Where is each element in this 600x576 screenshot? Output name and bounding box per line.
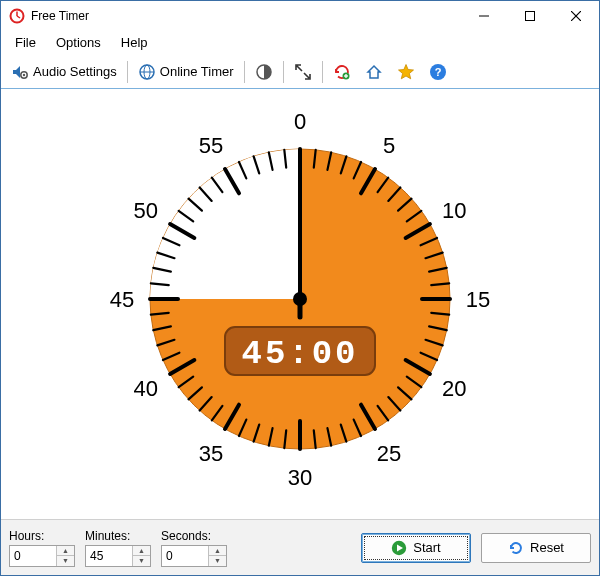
svg-point-8 <box>23 73 25 75</box>
refresh-plus-icon <box>333 63 351 81</box>
expand-icon <box>294 63 312 81</box>
svg-text:5: 5 <box>383 133 395 158</box>
hours-up-button[interactable]: ▲ <box>57 546 74 557</box>
audio-settings-label: Audio Settings <box>33 64 117 79</box>
menubar: File Options Help <box>1 31 599 55</box>
seconds-input[interactable] <box>162 546 208 566</box>
maximize-button[interactable] <box>507 1 553 31</box>
minutes-spinner[interactable]: ▲ ▼ <box>85 545 151 567</box>
seconds-field: Seconds: ▲ ▼ <box>161 529 227 567</box>
dial-area: 051015202530354045505545:00 <box>1 89 599 519</box>
toolbar-separator <box>322 61 323 83</box>
menu-options[interactable]: Options <box>46 33 111 52</box>
svg-text:50: 50 <box>134 198 158 223</box>
minutes-input[interactable] <box>86 546 132 566</box>
favorite-button[interactable] <box>393 63 419 81</box>
globe-icon <box>138 63 156 81</box>
svg-text:?: ? <box>434 66 441 78</box>
svg-text:20: 20 <box>442 376 466 401</box>
svg-rect-4 <box>526 12 535 21</box>
online-timer-button[interactable]: Online Timer <box>134 63 238 81</box>
seconds-down-button[interactable]: ▼ <box>209 556 226 566</box>
seconds-spinner[interactable]: ▲ ▼ <box>161 545 227 567</box>
toolbar: Audio Settings Online Timer <box>1 55 599 89</box>
close-button[interactable] <box>553 1 599 31</box>
toolbar-separator <box>127 61 128 83</box>
toolbar-separator <box>283 61 284 83</box>
refresh-button[interactable] <box>329 63 355 81</box>
reset-button[interactable]: Reset <box>481 533 591 563</box>
audio-gear-icon <box>11 63 29 81</box>
reset-label: Reset <box>530 540 564 555</box>
hours-spinner[interactable]: ▲ ▼ <box>9 545 75 567</box>
play-icon <box>391 540 407 556</box>
toolbar-separator <box>244 61 245 83</box>
home-button[interactable] <box>361 63 387 81</box>
hours-label: Hours: <box>9 529 75 543</box>
minutes-down-button[interactable]: ▼ <box>133 556 150 566</box>
digital-readout: 45:00 <box>241 335 358 373</box>
start-label: Start <box>413 540 440 555</box>
hours-input[interactable] <box>10 546 56 566</box>
minimize-button[interactable] <box>461 1 507 31</box>
contrast-button[interactable] <box>251 63 277 81</box>
svg-text:0: 0 <box>294 109 306 134</box>
svg-text:10: 10 <box>442 198 466 223</box>
svg-text:40: 40 <box>134 376 158 401</box>
minutes-up-button[interactable]: ▲ <box>133 546 150 557</box>
minutes-label: Minutes: <box>85 529 151 543</box>
seconds-label: Seconds: <box>161 529 227 543</box>
svg-text:35: 35 <box>199 441 223 466</box>
app-icon <box>9 8 25 24</box>
svg-text:55: 55 <box>199 133 223 158</box>
titlebar: Free Timer <box>1 1 599 31</box>
menu-file[interactable]: File <box>5 33 46 52</box>
minutes-field: Minutes: ▲ ▼ <box>85 529 151 567</box>
contrast-icon <box>255 63 273 81</box>
svg-text:45: 45 <box>110 287 134 312</box>
window-title: Free Timer <box>31 9 89 23</box>
seconds-up-button[interactable]: ▲ <box>209 546 226 557</box>
audio-settings-button[interactable]: Audio Settings <box>7 63 121 81</box>
window: Free Timer File Options Help Audio S <box>0 0 600 576</box>
svg-text:15: 15 <box>466 287 490 312</box>
star-icon <box>397 63 415 81</box>
menu-help[interactable]: Help <box>111 33 158 52</box>
timer-dial[interactable]: 051015202530354045505545:00 <box>95 104 505 504</box>
hours-down-button[interactable]: ▼ <box>57 556 74 566</box>
start-button[interactable]: Start <box>361 533 471 563</box>
fullscreen-button[interactable] <box>290 63 316 81</box>
help-icon: ? <box>429 63 447 81</box>
hours-field: Hours: ▲ ▼ <box>9 529 75 567</box>
home-globe-icon <box>365 63 383 81</box>
bottom-panel: Hours: ▲ ▼ Minutes: ▲ ▼ Seconds: <box>1 519 599 575</box>
help-button[interactable]: ? <box>425 63 451 81</box>
svg-text:30: 30 <box>288 465 312 490</box>
svg-text:25: 25 <box>377 441 401 466</box>
reset-icon <box>508 540 524 556</box>
online-timer-label: Online Timer <box>160 64 234 79</box>
